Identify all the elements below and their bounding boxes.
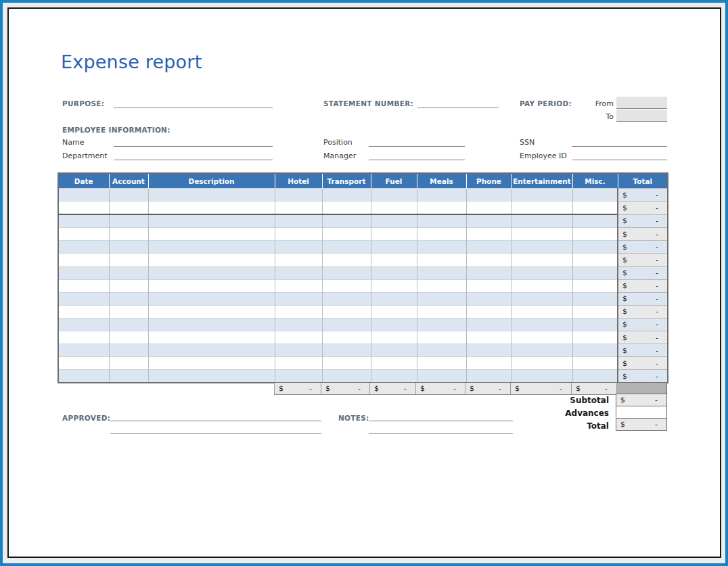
expense-cell[interactable] [572,228,618,241]
expense-cell[interactable] [371,228,417,241]
statement-number-field[interactable] [417,98,499,108]
expense-cell[interactable] [109,318,148,331]
expense-cell[interactable] [109,228,148,241]
expense-cell[interactable] [109,266,148,279]
expense-cell[interactable] [275,189,322,202]
department-field[interactable] [114,150,273,160]
expense-cell[interactable] [109,279,148,292]
expense-cell[interactable] [322,241,371,254]
expense-cell[interactable] [466,318,511,331]
expense-cell[interactable] [58,266,109,279]
expense-cell[interactable] [275,279,322,292]
expense-cell[interactable] [322,331,371,344]
expense-cell[interactable] [511,370,572,383]
expense-cell[interactable] [275,266,322,279]
expense-cell[interactable] [58,331,109,344]
expense-cell[interactable] [572,292,618,305]
expense-cell[interactable] [148,279,275,292]
position-field[interactable] [369,137,465,147]
expense-cell[interactable] [109,214,148,228]
expense-cell[interactable] [58,305,109,318]
expense-cell[interactable] [148,202,275,215]
expense-cell[interactable] [511,241,572,254]
expense-cell[interactable] [417,318,466,331]
expense-cell[interactable] [322,305,371,318]
expense-cell[interactable] [58,357,109,370]
expense-cell[interactable] [148,318,275,331]
expense-cell[interactable] [466,202,511,215]
pay-period-to-field[interactable] [616,110,667,122]
expense-cell[interactable] [371,214,417,228]
expense-cell[interactable] [58,202,109,215]
expense-cell[interactable] [275,228,322,241]
expense-cell[interactable] [572,305,618,318]
expense-cell[interactable] [417,228,466,241]
expense-cell[interactable] [371,254,417,266]
expense-cell[interactable] [109,357,148,370]
expense-cell[interactable] [466,266,511,279]
expense-cell[interactable] [322,370,371,383]
expense-cell[interactable] [322,214,371,228]
expense-cell[interactable] [417,266,466,279]
expense-cell[interactable] [322,292,371,305]
expense-cell[interactable] [417,344,466,357]
employee-id-field[interactable] [572,150,667,160]
expense-cell[interactable] [148,214,275,228]
expense-cell[interactable] [371,279,417,292]
expense-cell[interactable] [109,241,148,254]
expense-cell[interactable] [417,279,466,292]
expense-cell[interactable] [466,241,511,254]
expense-cell[interactable] [322,279,371,292]
expense-cell[interactable] [275,357,322,370]
expense-cell[interactable] [148,292,275,305]
expense-cell[interactable] [466,189,511,202]
expense-cell[interactable] [148,344,275,357]
expense-cell[interactable] [466,214,511,228]
expense-cell[interactable] [275,214,322,228]
expense-cell[interactable] [58,344,109,357]
expense-cell[interactable] [58,279,109,292]
expense-cell[interactable] [417,305,466,318]
expense-cell[interactable] [371,189,417,202]
expense-cell[interactable] [322,266,371,279]
expense-cell[interactable] [58,189,109,202]
expense-cell[interactable] [275,202,322,215]
expense-cell[interactable] [511,214,572,228]
expense-cell[interactable] [148,266,275,279]
expense-cell[interactable] [371,292,417,305]
expense-cell[interactable] [371,318,417,331]
expense-cell[interactable] [371,305,417,318]
expense-cell[interactable] [511,331,572,344]
expense-cell[interactable] [322,254,371,266]
expense-cell[interactable] [511,357,572,370]
advances-value-cell[interactable] [616,406,667,419]
expense-cell[interactable] [417,254,466,266]
ssn-field[interactable] [572,137,667,147]
notes-line-1[interactable] [369,411,513,421]
expense-cell[interactable] [371,370,417,383]
expense-cell[interactable] [417,331,466,344]
expense-cell[interactable] [417,189,466,202]
expense-cell[interactable] [58,370,109,383]
expense-cell[interactable] [148,357,275,370]
expense-cell[interactable] [466,370,511,383]
expense-cell[interactable] [466,292,511,305]
name-field[interactable] [114,137,273,147]
expense-cell[interactable] [109,344,148,357]
expense-cell[interactable] [466,254,511,266]
expense-cell[interactable] [148,189,275,202]
expense-cell[interactable] [572,357,618,370]
expense-cell[interactable] [148,241,275,254]
manager-field[interactable] [369,150,465,160]
expense-cell[interactable] [109,292,148,305]
expense-cell[interactable] [511,318,572,331]
expense-cell[interactable] [109,254,148,266]
expense-cell[interactable] [371,357,417,370]
expense-cell[interactable] [58,292,109,305]
expense-cell[interactable] [511,266,572,279]
expense-cell[interactable] [417,241,466,254]
expense-cell[interactable] [371,202,417,215]
expense-cell[interactable] [511,202,572,215]
expense-cell[interactable] [275,318,322,331]
expense-cell[interactable] [109,202,148,215]
